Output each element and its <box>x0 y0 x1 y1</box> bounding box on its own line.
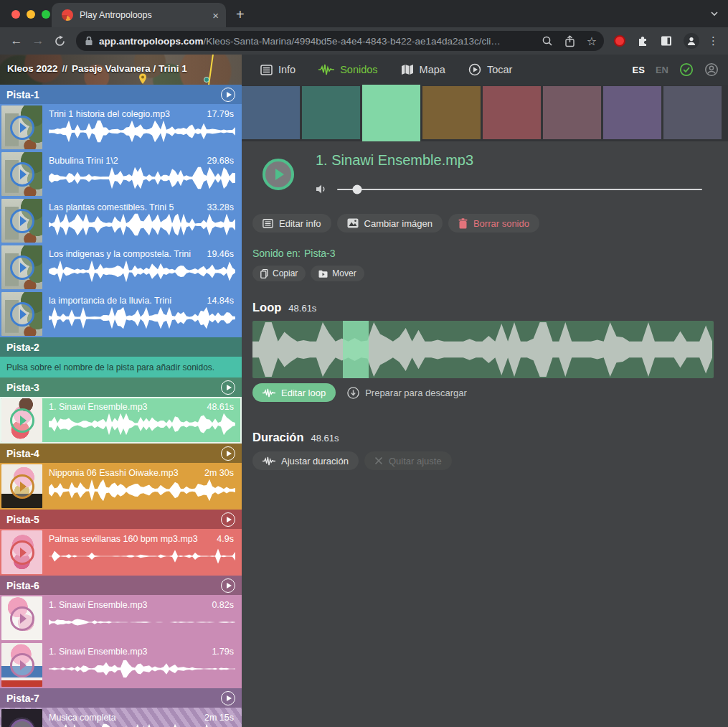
minimize-window-button[interactable] <box>27 10 35 19</box>
play-sound-button[interactable] <box>10 209 34 233</box>
breadcrumb-path[interactable]: Pasaje Valvanera / Trini 1 <box>72 63 187 74</box>
play-track-button[interactable] <box>221 691 235 705</box>
track-color-tab-1[interactable] <box>242 86 300 139</box>
reload-button[interactable] <box>49 35 70 47</box>
track-color-tab-8[interactable] <box>663 86 722 139</box>
profile-avatar-icon[interactable] <box>684 33 699 49</box>
edit-info-button[interactable]: Editar info <box>252 214 331 233</box>
tab-mapa[interactable]: Mapa <box>401 64 445 75</box>
sound-item-pista-6-2[interactable]: 1. Sinawi Ensemble.mp31.79s <box>0 642 242 688</box>
track-header-pista-2[interactable]: Pista-2 <box>0 337 242 357</box>
lang-en-button[interactable]: EN <box>656 65 668 75</box>
track-name: Pista-1 <box>6 89 39 100</box>
play-sound-button[interactable] <box>10 606 34 631</box>
side-panel-icon[interactable] <box>660 34 673 47</box>
address-bar[interactable]: app.antropoloops.com/Kleos-Santa-Marina/… <box>76 31 604 51</box>
forward-button[interactable]: → <box>27 34 49 48</box>
play-track-button[interactable] <box>221 578 235 593</box>
play-sound-button[interactable] <box>10 540 34 565</box>
browser-tab[interactable]: Play Antropoloops × <box>52 3 226 27</box>
loop-waveform[interactable] <box>252 321 714 378</box>
empty-track-hint: Pulsa sobre el nombre de la pista para a… <box>0 357 242 377</box>
sound-item-pista-6-1[interactable]: 1. Sinawi Ensemble.mp30.82s <box>0 595 242 642</box>
play-sound-button[interactable] <box>10 162 34 187</box>
sound-item-pista-7-1[interactable]: Musica completa2m 15s <box>0 708 242 727</box>
track-header-pista-5[interactable]: Pista-5 <box>0 510 242 529</box>
copy-button[interactable]: Copiar <box>252 266 306 281</box>
track-header-pista-4[interactable]: Pista-4 <box>0 444 242 463</box>
delete-sound-button[interactable]: Borrar sonido <box>448 214 539 233</box>
play-sound-button[interactable] <box>263 159 294 190</box>
play-track-button[interactable] <box>221 446 235 461</box>
chevron-down-icon[interactable] <box>709 9 719 19</box>
tab-info[interactable]: Info <box>260 64 296 75</box>
new-tab-button[interactable]: + <box>236 6 245 23</box>
sound-thumbnail <box>1 530 42 574</box>
map-preview-strip[interactable]: Kleos 2022//Pasaje Valvanera / Trini 1 <box>0 55 242 85</box>
window-controls[interactable] <box>11 10 50 19</box>
adjust-duration-button[interactable]: Ajustar duración <box>252 451 359 470</box>
track-header-pista-7[interactable]: Pista-7 <box>0 688 242 708</box>
track-color-tab-2[interactable] <box>302 86 360 139</box>
track-color-tab-5[interactable] <box>483 86 541 139</box>
puzzle-extensions-icon[interactable] <box>636 34 649 47</box>
sound-item-pista-1-1[interactable]: Trini 1 historia del colegio.mp317.79s <box>0 104 242 151</box>
track-name: Pista-2 <box>6 342 39 353</box>
breadcrumb-project[interactable]: Kleos 2022 <box>7 63 58 74</box>
track-header-pista-3[interactable]: Pista-3 <box>0 377 242 397</box>
play-track-button[interactable] <box>221 88 235 102</box>
track-color-tab-6[interactable] <box>543 86 601 139</box>
sound-item-waveform <box>49 479 234 502</box>
close-window-button[interactable] <box>11 10 20 19</box>
back-button[interactable]: ← <box>6 34 27 48</box>
sound-image[interactable] <box>252 147 304 202</box>
volume-slider[interactable] <box>337 189 702 190</box>
record-extension-icon[interactable] <box>614 35 625 47</box>
move-button[interactable]: Mover <box>311 266 364 281</box>
track-color-tab-7[interactable] <box>603 86 661 139</box>
play-sound-button[interactable] <box>10 408 34 433</box>
track-header-pista-1[interactable]: Pista-1 <box>0 85 242 104</box>
tab-sonidos[interactable]: Sonidos <box>318 64 377 75</box>
sound-item-waveform <box>49 306 234 329</box>
browser-menu-icon[interactable]: ⋮ <box>708 34 719 47</box>
share-icon[interactable] <box>564 35 575 47</box>
sound-item-pista-1-5[interactable]: la importancia de la lluvia. Trini14.84s <box>0 291 242 337</box>
bookmark-star-icon[interactable]: ☆ <box>587 34 597 48</box>
track-color-tab-4[interactable] <box>422 86 481 139</box>
remove-adjust-button[interactable]: Quitar ajuste <box>364 451 452 470</box>
maximize-window-button[interactable] <box>42 10 50 19</box>
lang-es-button[interactable]: ES <box>633 65 645 75</box>
url-host: app.antropoloops.com <box>99 36 204 47</box>
sound-item-pista-4-1[interactable]: Nipponia 06 Esashi Oiwake.mp32m 30s <box>0 463 242 510</box>
play-sound-button[interactable] <box>10 255 34 280</box>
play-track-button[interactable] <box>221 512 235 527</box>
play-sound-button[interactable] <box>10 302 34 327</box>
play-sound-button[interactable] <box>10 474 34 499</box>
track-color-tab-3[interactable] <box>362 85 420 141</box>
account-icon[interactable] <box>704 62 719 77</box>
play-sound-button[interactable] <box>10 719 34 727</box>
sound-item-pista-1-4[interactable]: Los indigenas y la compostela. Trini19.4… <box>0 244 242 291</box>
sound-thumbnail <box>1 105 42 149</box>
track-link[interactable]: Pista-3 <box>304 248 336 259</box>
sound-item-pista-1-3[interactable]: Las plantas comestibles. Trini 533.28s <box>0 197 242 244</box>
track-header-pista-6[interactable]: Pista-6 <box>0 576 242 595</box>
sound-item-pista-1-2[interactable]: Bubulina Trini 1\229.68s <box>0 151 242 197</box>
zoom-icon[interactable] <box>542 35 553 47</box>
play-sound-button[interactable] <box>10 653 34 677</box>
volume-knob[interactable] <box>352 184 361 194</box>
tab-tocar[interactable]: Tocar <box>468 63 512 76</box>
check-circle-icon[interactable] <box>679 62 694 77</box>
breadcrumb[interactable]: Kleos 2022//Pasaje Valvanera / Trini 1 <box>7 63 187 74</box>
tab-close-icon[interactable]: × <box>212 9 219 22</box>
sound-item-pista-3-1[interactable]: 1. Sinawi Ensemble.mp348.61s <box>0 397 242 444</box>
sound-item-pista-5-1[interactable]: Palmas sevillanas 160 bpm mp3.mp34.9s <box>0 529 242 576</box>
sound-item-title: Las plantas comestibles. Trini 5 <box>49 202 174 212</box>
edit-loop-button[interactable]: Editar loop <box>252 383 336 402</box>
change-image-button[interactable]: Cambiar imágen <box>337 214 443 233</box>
play-sound-button[interactable] <box>10 116 34 140</box>
loop-playhead[interactable] <box>343 321 369 378</box>
play-track-button[interactable] <box>221 380 235 395</box>
prepare-download-button[interactable]: Preparar para descargar <box>344 383 477 402</box>
